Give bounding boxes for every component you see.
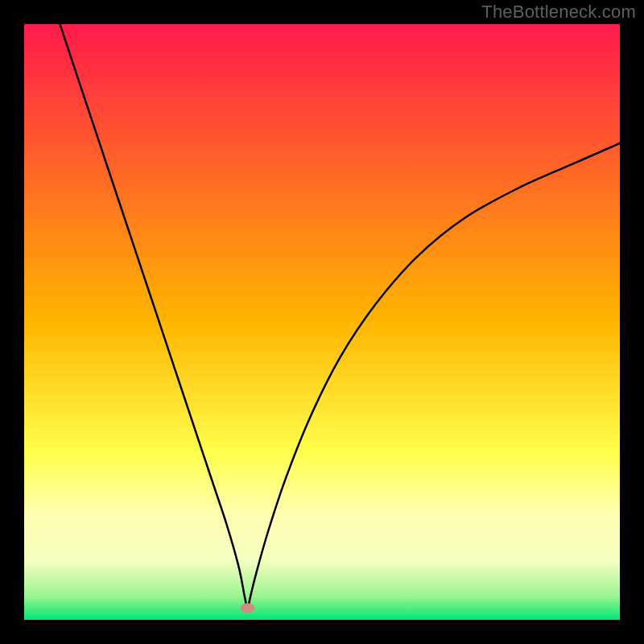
chart-frame: TheBottleneck.com xyxy=(0,0,644,644)
optimal-point-marker xyxy=(241,603,255,613)
bottleneck-chart xyxy=(0,0,644,644)
watermark-text: TheBottleneck.com xyxy=(481,2,636,23)
plot-background xyxy=(24,24,620,620)
